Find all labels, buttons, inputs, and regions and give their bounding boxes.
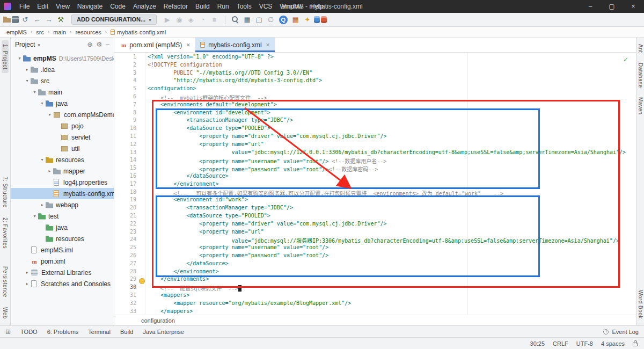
menu-vcs[interactable]: VCS	[255, 0, 276, 13]
menu-tools[interactable]: Tools	[233, 0, 255, 13]
chevron-collapsed-icon[interactable]: ▸	[39, 202, 46, 207]
code-line[interactable]: <environment id="work">	[148, 197, 636, 205]
code-line[interactable]: <!-- 可以有多个配置,如果有购买的服务器,可以分开配置,在打包时候只需将 <…	[148, 189, 636, 197]
settings-gear-icon[interactable]: ⚙	[97, 41, 103, 48]
chevron-expanded-icon[interactable]: ▾	[39, 157, 46, 162]
chevron-expanded-icon[interactable]: ▾	[46, 112, 53, 117]
toolwindow-6-problems[interactable]: 6: Problems	[47, 329, 79, 335]
tree-item-util[interactable]: util	[11, 143, 114, 154]
minimize-button[interactable]: –	[580, 0, 601, 13]
tree-item-empms-iml[interactable]: empMS.iml	[11, 244, 114, 256]
tree-item-mapper[interactable]: ▸mapper	[11, 165, 114, 177]
toolwindow-java-enterprise[interactable]: Java Enterprise	[143, 329, 184, 335]
tree-item-com-empmsdemo[interactable]: ▾com.empMsDemo	[11, 109, 114, 120]
breadcrumb-tag[interactable]: configuration	[141, 317, 175, 324]
chevron-expanded-icon[interactable]: ▾	[39, 101, 46, 106]
toolwindow-ant[interactable]: Ant	[637, 40, 644, 57]
code-line[interactable]: "http://mybatis.org/dtd/mybatis-3-config…	[148, 77, 636, 85]
palette-grid-icon[interactable]: ▦	[290, 14, 301, 25]
tree-item-external-libraries[interactable]: ▸External Libraries	[11, 267, 114, 278]
code-line[interactable]: <configuration>	[148, 85, 636, 93]
code-line[interactable]: <property name="url"	[148, 141, 636, 149]
menu-edit[interactable]: Edit	[33, 0, 52, 13]
menu-view[interactable]: View	[52, 0, 74, 13]
code-line[interactable]: <property name="password" value="root"/>…	[148, 165, 636, 173]
tree-item-pojo[interactable]: pojo	[11, 120, 114, 132]
tree-item-resources[interactable]: ▾resources	[11, 154, 114, 165]
code-line[interactable]: value="jdbc:mysql://127.0.0.1:3306/mybat…	[148, 149, 636, 157]
close-tab-icon[interactable]: ×	[266, 41, 270, 49]
tree-item-resources[interactable]: resources	[11, 233, 114, 244]
code-area[interactable]: <?xml version="1.0" encoding="UTF-8" ?><…	[145, 53, 636, 315]
code-line[interactable]: PUBLIC "-//mybatis.org//DTD Config 3.0//…	[148, 70, 636, 78]
tree-item-log4j-properties[interactable]: log4j.properties	[11, 177, 114, 188]
code-line[interactable]: <!DOCTYPE configuration	[148, 62, 636, 70]
tree-item-pom-xml[interactable]: mpom.xml	[11, 256, 114, 267]
code-line[interactable]: </environment>	[148, 268, 636, 277]
menu-file[interactable]: File	[16, 0, 33, 13]
breadcrumb-src[interactable]: src	[36, 29, 44, 35]
hide-panel-icon[interactable]: –	[106, 41, 109, 48]
chevron-expanded-icon[interactable]: ▾	[31, 90, 38, 94]
bee-plugin-icon[interactable]: ✦	[302, 14, 313, 25]
code-line[interactable]: value="jdbc:mysql://服务器IP:3306/mybatis_d…	[148, 236, 636, 244]
save-all-icon[interactable]	[12, 16, 19, 23]
toolwindow-2-favorites[interactable]: 2: Favorites	[2, 214, 9, 252]
code-line[interactable]: <property name="driver" value="com.mysql…	[148, 221, 636, 229]
chevron-collapsed-icon[interactable]: ▸	[24, 67, 31, 72]
code-line[interactable]: <property name="driver" value="com.mysql…	[148, 133, 636, 141]
search-everywhere-icon[interactable]	[230, 14, 241, 25]
run-configurations-combo[interactable]: ADD CONFIGURATION...	[71, 14, 157, 25]
chevron-down-icon[interactable]	[38, 41, 40, 48]
event-log-button[interactable]: Event Log	[603, 329, 639, 335]
run-icon[interactable]: ▶	[162, 14, 173, 25]
code-line[interactable]: </dataSource>	[148, 260, 636, 268]
close-tab-icon[interactable]: ×	[186, 41, 190, 49]
locate-file-icon[interactable]: ⊕	[87, 41, 92, 48]
forward-icon[interactable]: →	[43, 14, 54, 25]
build-hammer-icon[interactable]: ⚒	[55, 14, 66, 25]
tree-item-test[interactable]: ▾test	[11, 210, 114, 222]
tree-item-mybatis-config-xml[interactable]: mybatis-config.xml	[11, 188, 114, 199]
breadcrumb-resources[interactable]: resources	[75, 29, 101, 35]
toolwindow-toggle-icon[interactable]: ⊞	[5, 328, 11, 336]
toolwindow-build[interactable]: Build	[120, 329, 133, 335]
breadcrumb-mybatis-config-xml[interactable]: mybatis-config.xml	[111, 29, 166, 35]
toolwindow-web[interactable]: Web	[2, 303, 9, 323]
project-panel-title[interactable]: Project	[15, 41, 35, 48]
line-separator[interactable]: CRLF	[553, 340, 568, 347]
chevron-collapsed-icon[interactable]: ▸	[46, 169, 53, 173]
tree-item-src[interactable]: ▾src	[11, 75, 114, 86]
close-button[interactable]: ×	[623, 0, 644, 13]
toolwindow-terminal[interactable]: Terminal	[88, 329, 111, 335]
code-line[interactable]: <?xml version="1.0" encoding="UTF-8" ?>	[148, 54, 636, 62]
code-line[interactable]: </environments>	[148, 276, 636, 284]
menu-build[interactable]: Build	[192, 0, 214, 13]
code-line[interactable]: </environment>	[148, 181, 636, 189]
menu-navigate[interactable]: Navigate	[74, 0, 106, 13]
database-sync-icon[interactable]	[314, 16, 320, 23]
caret-position[interactable]: 30:25	[530, 340, 545, 347]
tree-item-empms[interactable]: ▾empMSD:\Users\17509\Deskto	[11, 53, 114, 64]
debug-icon[interactable]: ◉	[174, 14, 185, 25]
chevron-expanded-icon[interactable]: ▾	[24, 78, 31, 83]
code-line[interactable]: <environment id="development">	[148, 110, 636, 118]
menu-run[interactable]: Run	[214, 0, 233, 13]
tree-item-servlet[interactable]: servlet	[11, 132, 114, 143]
toolwindow-todo[interactable]: TODO	[20, 329, 38, 335]
tab-pom-xml-empms[interactable]: mpom.xml (empMS)×	[116, 38, 195, 52]
tab-mybatis-config-xml[interactable]: mybatis-config.xml×	[195, 38, 275, 52]
toolwindow-1-project[interactable]: 1: Project	[2, 40, 9, 73]
chevron-expanded-icon[interactable]: ▾	[16, 56, 23, 61]
profiler-icon[interactable]: ◔	[197, 14, 208, 25]
menu-analyze[interactable]: Analyze	[129, 0, 160, 13]
undo-icon[interactable]: ↺	[20, 14, 31, 25]
chevron-collapsed-icon[interactable]: ▸	[24, 281, 31, 286]
editor-gutter[interactable]: 1234567891011121314151617181920212223242…	[114, 53, 145, 315]
indent-setting[interactable]: 4 spaces	[601, 340, 625, 347]
tree-item-webapp[interactable]: ▸webapp	[11, 199, 114, 210]
chevron-expanded-icon[interactable]: ▾	[31, 214, 38, 219]
intention-bulb-icon[interactable]	[139, 278, 145, 284]
database-red-icon[interactable]	[321, 16, 327, 23]
code-line[interactable]: <transactionManager type="JDBC"/>	[148, 205, 636, 213]
